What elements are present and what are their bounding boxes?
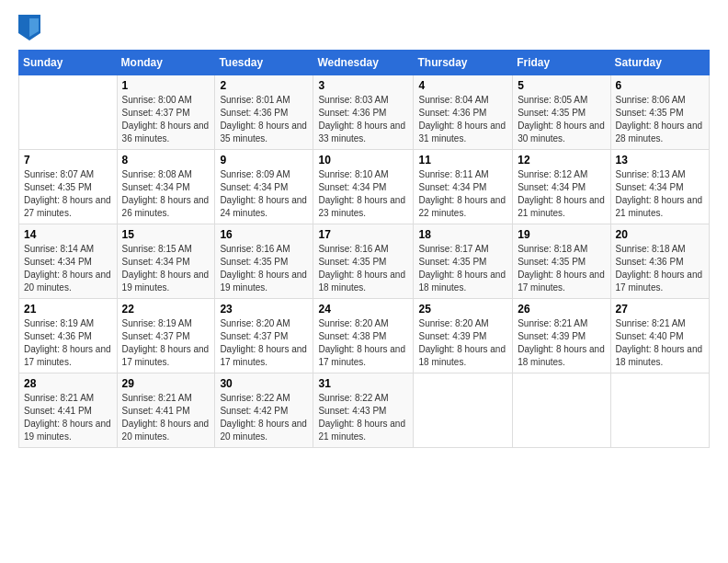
sunset-text: Sunset: 4:36 PM — [24, 331, 92, 341]
cell-info: Sunrise: 8:12 AM Sunset: 4:34 PM Dayligh… — [518, 168, 605, 220]
sunrise-text: Sunrise: 8:16 AM — [220, 244, 290, 254]
calendar-cell: 17 Sunrise: 8:16 AM Sunset: 4:35 PM Dayl… — [313, 224, 414, 299]
daylight-text: Daylight: 8 hours and 23 minutes. — [318, 195, 405, 218]
sunset-text: Sunset: 4:35 PM — [220, 257, 288, 267]
day-number: 15 — [122, 228, 210, 241]
sunrise-text: Sunrise: 8:09 AM — [220, 169, 290, 179]
day-number: 17 — [318, 228, 408, 241]
calendar-week-row: 1 Sunrise: 8:00 AM Sunset: 4:37 PM Dayli… — [19, 75, 710, 150]
day-number: 22 — [122, 303, 210, 316]
calendar-cell: 15 Sunrise: 8:15 AM Sunset: 4:34 PM Dayl… — [117, 224, 215, 299]
day-number: 16 — [220, 228, 308, 241]
day-number: 9 — [220, 154, 308, 167]
cell-info: Sunrise: 8:19 AM Sunset: 4:36 PM Dayligh… — [24, 317, 112, 369]
day-number: 8 — [122, 154, 210, 167]
cell-info: Sunrise: 8:05 AM Sunset: 4:35 PM Dayligh… — [518, 94, 605, 145]
cell-info: Sunrise: 8:01 AM Sunset: 4:36 PM Dayligh… — [220, 94, 308, 145]
calendar-cell: 25 Sunrise: 8:20 AM Sunset: 4:39 PM Dayl… — [414, 299, 513, 373]
sunset-text: Sunset: 4:35 PM — [418, 257, 486, 267]
daylight-text: Daylight: 8 hours and 20 minutes. — [122, 419, 210, 442]
sunset-text: Sunset: 4:42 PM — [220, 406, 288, 416]
day-number: 13 — [616, 154, 704, 167]
daylight-text: Daylight: 8 hours and 24 minutes. — [220, 195, 307, 218]
sunset-text: Sunset: 4:34 PM — [418, 182, 486, 192]
cell-info: Sunrise: 8:14 AM Sunset: 4:34 PM Dayligh… — [24, 243, 112, 294]
calendar-cell: 7 Sunrise: 8:07 AM Sunset: 4:35 PM Dayli… — [19, 150, 118, 224]
calendar-cell: 13 Sunrise: 8:13 AM Sunset: 4:34 PM Dayl… — [610, 150, 709, 224]
day-number: 27 — [616, 303, 704, 316]
day-number: 12 — [518, 154, 605, 167]
day-number: 6 — [616, 79, 704, 92]
day-number: 29 — [122, 377, 210, 390]
calendar-cell: 9 Sunrise: 8:09 AM Sunset: 4:34 PM Dayli… — [215, 150, 313, 224]
sunrise-text: Sunrise: 8:22 AM — [220, 393, 290, 403]
cell-info: Sunrise: 8:16 AM Sunset: 4:35 PM Dayligh… — [318, 243, 408, 294]
sunrise-text: Sunrise: 8:06 AM — [616, 95, 686, 105]
sunrise-text: Sunrise: 8:18 AM — [616, 244, 686, 254]
weekday-header: Monday — [117, 51, 215, 75]
daylight-text: Daylight: 8 hours and 17 minutes. — [24, 344, 111, 367]
calendar-cell: 24 Sunrise: 8:20 AM Sunset: 4:38 PM Dayl… — [313, 299, 414, 373]
daylight-text: Daylight: 8 hours and 30 minutes. — [518, 121, 605, 144]
cell-info: Sunrise: 8:07 AM Sunset: 4:35 PM Dayligh… — [24, 168, 112, 220]
calendar-cell: 2 Sunrise: 8:01 AM Sunset: 4:36 PM Dayli… — [215, 75, 313, 150]
sunset-text: Sunset: 4:37 PM — [220, 331, 288, 341]
calendar-cell: 12 Sunrise: 8:12 AM Sunset: 4:34 PM Dayl… — [513, 150, 610, 224]
cell-info: Sunrise: 8:20 AM Sunset: 4:37 PM Dayligh… — [220, 317, 308, 369]
sunrise-text: Sunrise: 8:14 AM — [24, 244, 94, 254]
sunrise-text: Sunrise: 8:21 AM — [24, 393, 94, 403]
calendar: SundayMondayTuesdayWednesdayThursdayFrid… — [18, 50, 710, 448]
daylight-text: Daylight: 8 hours and 17 minutes. — [318, 344, 405, 367]
cell-info: Sunrise: 8:06 AM Sunset: 4:35 PM Dayligh… — [616, 94, 704, 145]
day-number: 4 — [418, 79, 507, 92]
cell-info: Sunrise: 8:09 AM Sunset: 4:34 PM Dayligh… — [220, 168, 308, 220]
weekday-header: Wednesday — [313, 51, 414, 75]
sunrise-text: Sunrise: 8:13 AM — [616, 169, 686, 179]
logo-icon — [18, 15, 40, 40]
sunset-text: Sunset: 4:40 PM — [616, 331, 684, 341]
calendar-cell: 19 Sunrise: 8:18 AM Sunset: 4:35 PM Dayl… — [513, 224, 610, 299]
day-number: 1 — [122, 79, 210, 92]
day-number: 20 — [616, 228, 704, 241]
cell-info: Sunrise: 8:16 AM Sunset: 4:35 PM Dayligh… — [220, 243, 308, 294]
cell-info: Sunrise: 8:11 AM Sunset: 4:34 PM Dayligh… — [418, 168, 507, 220]
cell-info: Sunrise: 8:21 AM Sunset: 4:40 PM Dayligh… — [616, 317, 704, 369]
daylight-text: Daylight: 8 hours and 35 minutes. — [220, 121, 307, 144]
sunset-text: Sunset: 4:34 PM — [24, 257, 92, 267]
cell-info: Sunrise: 8:08 AM Sunset: 4:34 PM Dayligh… — [122, 168, 210, 220]
daylight-text: Daylight: 8 hours and 20 minutes. — [220, 419, 307, 442]
sunset-text: Sunset: 4:43 PM — [318, 406, 386, 416]
day-number: 26 — [518, 303, 605, 316]
calendar-cell — [19, 75, 118, 150]
sunset-text: Sunset: 4:37 PM — [122, 331, 190, 341]
cell-info: Sunrise: 8:19 AM Sunset: 4:37 PM Dayligh… — [122, 317, 210, 369]
calendar-cell — [610, 373, 709, 448]
sunrise-text: Sunrise: 8:04 AM — [418, 95, 488, 105]
daylight-text: Daylight: 8 hours and 20 minutes. — [24, 270, 111, 293]
daylight-text: Daylight: 8 hours and 17 minutes. — [220, 344, 307, 367]
daylight-text: Daylight: 8 hours and 18 minutes. — [518, 344, 605, 367]
sunset-text: Sunset: 4:34 PM — [122, 182, 190, 192]
calendar-cell: 1 Sunrise: 8:00 AM Sunset: 4:37 PM Dayli… — [117, 75, 215, 150]
sunset-text: Sunset: 4:34 PM — [518, 182, 586, 192]
sunset-text: Sunset: 4:34 PM — [220, 182, 288, 192]
sunset-text: Sunset: 4:35 PM — [616, 108, 684, 118]
calendar-cell: 5 Sunrise: 8:05 AM Sunset: 4:35 PM Dayli… — [513, 75, 610, 150]
calendar-cell: 20 Sunrise: 8:18 AM Sunset: 4:36 PM Dayl… — [610, 224, 709, 299]
sunset-text: Sunset: 4:39 PM — [418, 331, 486, 341]
day-number: 31 — [318, 377, 408, 390]
calendar-week-row: 7 Sunrise: 8:07 AM Sunset: 4:35 PM Dayli… — [19, 150, 710, 224]
cell-info: Sunrise: 8:20 AM Sunset: 4:39 PM Dayligh… — [418, 317, 507, 369]
sunrise-text: Sunrise: 8:21 AM — [122, 393, 192, 403]
daylight-text: Daylight: 8 hours and 17 minutes. — [122, 344, 210, 367]
daylight-text: Daylight: 8 hours and 17 minutes. — [518, 270, 605, 293]
cell-info: Sunrise: 8:00 AM Sunset: 4:37 PM Dayligh… — [122, 94, 210, 145]
day-number: 30 — [220, 377, 308, 390]
sunrise-text: Sunrise: 8:11 AM — [418, 169, 488, 179]
calendar-cell: 28 Sunrise: 8:21 AM Sunset: 4:41 PM Dayl… — [19, 373, 118, 448]
day-number: 10 — [318, 154, 408, 167]
sunrise-text: Sunrise: 8:07 AM — [24, 169, 94, 179]
sunrise-text: Sunrise: 8:22 AM — [318, 393, 388, 403]
sunset-text: Sunset: 4:39 PM — [518, 331, 586, 341]
sunset-text: Sunset: 4:41 PM — [122, 406, 190, 416]
